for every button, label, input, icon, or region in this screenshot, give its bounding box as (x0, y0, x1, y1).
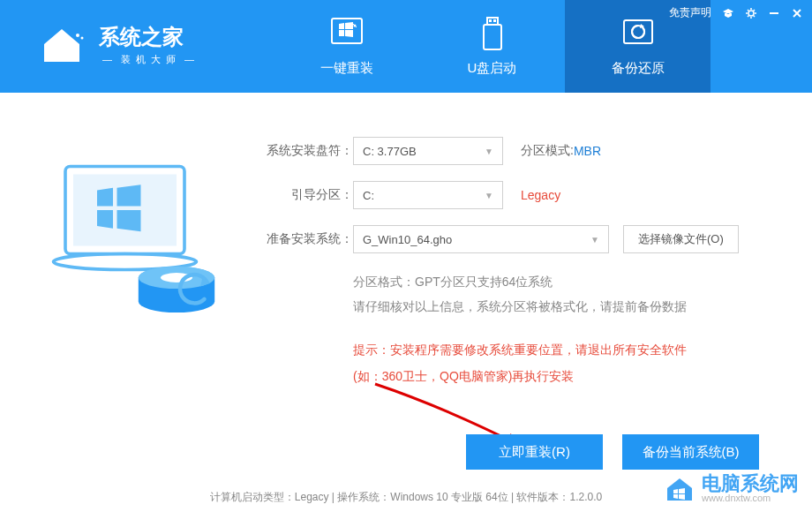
svg-rect-7 (489, 19, 492, 22)
backup-button[interactable]: 备份当前系统(B) (622, 434, 759, 470)
chevron-down-icon: ▼ (485, 191, 493, 200)
tab-usb-boot[interactable]: U盘启动 (419, 0, 565, 93)
boot-row: 引导分区： C: ▼ Legacy (256, 181, 768, 209)
gear-icon[interactable] (745, 7, 757, 19)
svg-rect-5 (487, 18, 498, 25)
boot-type: Legacy (521, 188, 560, 202)
drive-label: 系统安装盘符： (256, 143, 353, 159)
graduation-icon[interactable] (722, 7, 734, 19)
choose-file-button[interactable]: 选择镜像文件(O) (623, 225, 739, 253)
logo-subtitle: 装机大师 (99, 53, 203, 66)
svg-point-1 (81, 37, 84, 40)
boot-label: 引导分区： (256, 187, 353, 203)
restore-icon (619, 16, 658, 51)
window-controls: 免责声明 (669, 5, 803, 20)
logo-area: 系统之家 装机大师 (0, 0, 221, 66)
drive-select[interactable]: C: 3.77GB ▼ (353, 137, 503, 165)
free-statement-link[interactable]: 免责声明 (669, 5, 711, 20)
drive-row: 系统安装盘符： C: 3.77GB ▼ 分区模式: MBR (256, 137, 768, 165)
svg-point-11 (748, 11, 754, 16)
watermark-url: www.dnxtw.com (702, 493, 799, 503)
minimize-icon[interactable] (768, 7, 780, 19)
action-buttons: 立即重装(R) 备份当前系统(B) (466, 434, 759, 470)
tab-reinstall[interactable]: 一键重装 (274, 0, 419, 93)
boot-select[interactable]: C: ▼ (353, 181, 503, 209)
content: 系统安装盘符： C: 3.77GB ▼ 分区模式: MBR 引导分区： C: ▼… (0, 93, 812, 389)
laptop-disk-illustration-icon (40, 154, 234, 313)
svg-rect-9 (624, 20, 652, 43)
svg-rect-6 (484, 25, 501, 49)
form-area: 系统安装盘符： C: 3.77GB ▼ 分区模式: MBR 引导分区： C: ▼… (256, 137, 812, 389)
reinstall-button[interactable]: 立即重装(R) (466, 434, 603, 470)
info-line2: 请仔细核对以上信息，系统分区将被格式化，请提前备份数据 (353, 294, 768, 319)
warning-line2: (如：360卫士，QQ电脑管家)再执行安装 (353, 363, 768, 389)
info-line1: 分区格式：GPT分区只支持64位系统 (353, 269, 768, 294)
chevron-down-icon: ▼ (485, 147, 493, 156)
svg-point-0 (76, 34, 79, 37)
warning-line1: 提示：安装程序需要修改系统重要位置，请退出所有安全软件 (353, 336, 768, 363)
close-icon[interactable] (791, 7, 803, 19)
chevron-down-icon: ▼ (590, 235, 599, 245)
warning-text: 提示：安装程序需要修改系统重要位置，请退出所有安全软件 (如：360卫士，QQ电… (353, 336, 768, 389)
system-row: 准备安装系统： G_Win10_64.gho ▼ 选择镜像文件(O) (256, 225, 768, 253)
partition-mode-label: 分区模式: (521, 143, 574, 159)
tabs: 一键重装 U盘启动 备份还原 (274, 0, 710, 93)
logo-title: 系统之家 (99, 23, 203, 51)
watermark: 电脑系统网 www.dnxtw.com (665, 474, 799, 503)
illustration (0, 137, 256, 389)
watermark-title: 电脑系统网 (702, 474, 799, 493)
house-logo-icon (35, 22, 88, 66)
header: 系统之家 装机大师 一键重装 U盘启动 备份还原 免责声明 (0, 0, 812, 93)
watermark-logo-icon (665, 476, 695, 502)
system-select[interactable]: G_Win10_64.gho ▼ (353, 225, 609, 253)
system-label: 准备安装系统： (256, 231, 353, 247)
svg-rect-8 (493, 19, 496, 22)
info-text: 分区格式：GPT分区只支持64位系统 请仔细核对以上信息，系统分区将被格式化，请… (353, 269, 768, 319)
windows-icon (327, 16, 366, 51)
partition-mode-value: MBR (574, 144, 601, 158)
usb-icon (473, 16, 512, 51)
